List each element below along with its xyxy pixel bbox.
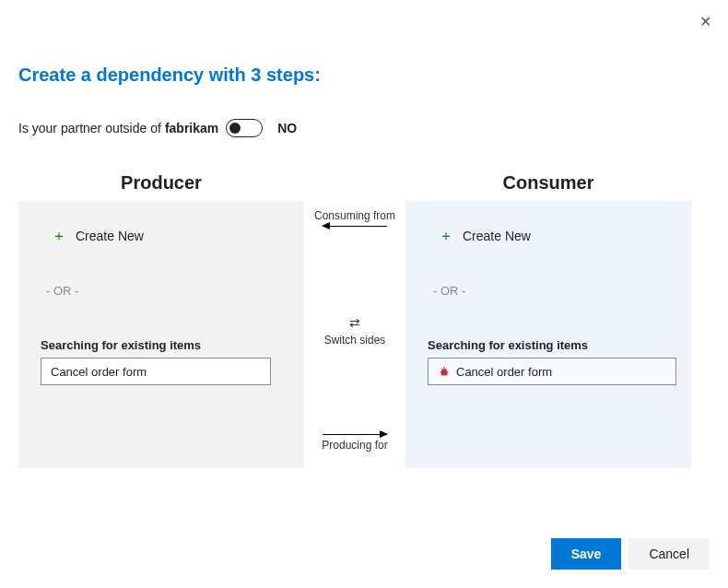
consumer-search-label: Searching for existing items [428, 338, 669, 352]
page-title: Create a dependency with 3 steps: [18, 65, 710, 86]
consuming-from-label: Consuming from [314, 209, 395, 222]
partner-outside-row: Is your partner outside of fabrikam NO [18, 119, 710, 137]
producer-create-new-label: Create New [76, 229, 144, 243]
toggle-knob [229, 123, 241, 134]
producer-create-new-button[interactable]: ＋ Create New [52, 229, 282, 243]
producer-search-label: Searching for existing items [41, 338, 282, 352]
svg-line-3 [445, 369, 446, 370]
close-icon[interactable]: ✕ [699, 13, 711, 30]
save-button[interactable]: Save [551, 538, 622, 570]
consumer-title: Consumer [405, 172, 691, 194]
svg-line-2 [441, 369, 442, 370]
producer-panel: ＋ Create New - OR - Searching for existi… [18, 201, 304, 468]
producing-for-block: Producing for [322, 434, 387, 452]
producer-or-separator: - OR - [46, 284, 282, 298]
arrow-left-icon [323, 226, 387, 227]
producing-for-label: Producing for [322, 439, 387, 452]
bug-icon [438, 365, 451, 378]
partner-question-prefix: Is your partner outside of [18, 121, 161, 135]
middle-column: Consuming from ⇄ Switch sides Producing … [304, 172, 405, 468]
consumer-panel: ＋ Create New - OR - Searching for existi… [405, 201, 691, 468]
producer-search-input[interactable] [51, 365, 261, 379]
footer-actions: Save Cancel [551, 538, 710, 570]
svg-line-6 [441, 374, 442, 375]
plus-icon: ＋ [439, 229, 453, 243]
toggle-value: NO [277, 121, 297, 135]
partner-outside-toggle[interactable] [226, 119, 263, 137]
consumer-create-new-button[interactable]: ＋ Create New [439, 229, 669, 243]
consumer-column: Consumer ＋ Create New - OR - Searching f… [405, 172, 691, 468]
svg-line-7 [446, 374, 447, 375]
switch-sides-icon[interactable]: ⇄ [349, 315, 360, 330]
switch-sides-block: ⇄ Switch sides [324, 315, 386, 347]
producer-column: Producer ＋ Create New - OR - Searching f… [18, 172, 304, 468]
switch-sides-label: Switch sides [324, 334, 386, 347]
partner-brand: fabrikam [165, 121, 218, 135]
consumer-search-input[interactable] [456, 365, 666, 379]
cancel-button[interactable]: Cancel [628, 538, 710, 570]
producer-title: Producer [18, 172, 304, 194]
producer-search-field[interactable] [41, 358, 271, 385]
consumer-create-new-label: Create New [463, 229, 531, 243]
consumer-search-field[interactable] [428, 358, 676, 385]
consuming-from-block: Consuming from [314, 209, 395, 227]
consumer-or-separator: - OR - [433, 284, 669, 298]
plus-icon: ＋ [52, 229, 66, 243]
arrow-right-icon [323, 434, 387, 435]
